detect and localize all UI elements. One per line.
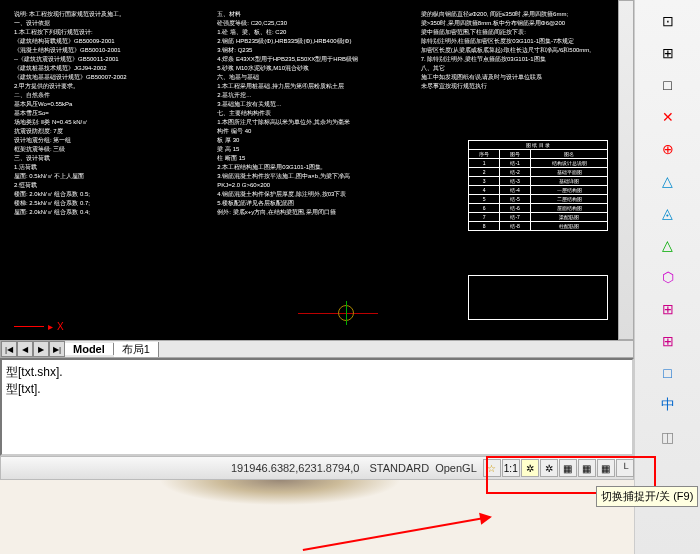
nav-next[interactable]: ▶	[33, 341, 49, 357]
grid-icon[interactable]: ⊞	[657, 330, 679, 352]
hex-icon[interactable]: ⬡	[657, 266, 679, 288]
command-window[interactable]: 型[txt.shx]. 型[txt].	[0, 358, 634, 456]
status-bar: 191946.6382,6231.8794,0 STANDARD OpenGL …	[0, 456, 634, 480]
cube-icon[interactable]: ◫	[657, 426, 679, 448]
title-block	[468, 275, 608, 320]
scale-display[interactable]: 1:1	[502, 459, 520, 477]
tool-icon[interactable]: □	[657, 74, 679, 96]
triangle-icon[interactable]: △	[657, 234, 679, 256]
table-title: 图 纸 目 录	[469, 141, 608, 150]
text-icon[interactable]: 中	[657, 394, 679, 416]
nav-prev[interactable]: ◀	[17, 341, 33, 357]
background-image	[0, 480, 634, 554]
text-style-indicator[interactable]: STANDARD	[369, 462, 429, 474]
nav-last[interactable]: ▶|	[49, 341, 65, 357]
notes-col-1: 说明: 本工程按现行国家规范设计及施工。一、设计依据1.本工程按下列现行规范设计…	[14, 10, 197, 217]
rect-icon[interactable]: □	[657, 362, 679, 384]
add-icon[interactable]: ⊕	[657, 138, 679, 160]
cad-drawing-viewport[interactable]: 说明: 本工程按现行国家规范设计及施工。一、设计依据1.本工程按下列现行规范设计…	[0, 0, 618, 340]
grid-toggle-icon[interactable]: ▦	[578, 459, 596, 477]
tool-icon[interactable]: ⊡	[657, 10, 679, 32]
coordinates-display[interactable]: 191946.6382,6231.8794,0	[231, 462, 359, 474]
tab-layout1[interactable]: 布局1	[114, 342, 159, 357]
polar-icon[interactable]: ✲	[521, 459, 539, 477]
snap-tooltip: 切换捕捉开/关 (F9)	[596, 486, 698, 507]
triangle-icon[interactable]: ◬	[657, 202, 679, 224]
star-icon[interactable]: ☆	[483, 459, 501, 477]
osnap-icon[interactable]: ✲	[540, 459, 558, 477]
graphics-mode[interactable]: OpenGL	[435, 462, 477, 474]
corner-icon[interactable]: └	[616, 459, 634, 477]
nav-first[interactable]: |◀	[1, 341, 17, 357]
drawing-index-table: 图 纸 目 录 序号图号图名 1结-1结构设计总说明2结-2基础平面图3结-3基…	[468, 140, 608, 231]
crosshair-cursor	[298, 301, 378, 325]
cmd-line: 型[txt].	[6, 381, 628, 398]
close-icon[interactable]: ✕	[657, 106, 679, 128]
tool-icon[interactable]: ⊞	[657, 42, 679, 64]
cmd-line: 型[txt.shx].	[6, 364, 628, 381]
layout-tabs-bar: |◀ ◀ ▶ ▶| Model 布局1	[0, 340, 634, 358]
tab-nav-buttons: |◀ ◀ ▶ ▶|	[1, 341, 65, 357]
right-tool-palette: ⊡ ⊞ □ ✕ ⊕ △ ◬ △ ⬡ ⊞ ⊞ □ 中 ◫	[634, 0, 700, 554]
grid-icon[interactable]: ⊞	[657, 298, 679, 320]
tab-model[interactable]: Model	[65, 343, 114, 355]
notes-col-2: 五、材料 砼强度等级: C20,C25,C30 1.砼 墙、梁、板、柱: C20…	[217, 10, 400, 217]
ortho-toggle-icon[interactable]: ▦	[597, 459, 615, 477]
triangle-icon[interactable]: △	[657, 170, 679, 192]
snap-toggle-icon[interactable]: ▦	[559, 459, 577, 477]
ucs-icon: ▸X	[14, 321, 64, 332]
vertical-scrollbar[interactable]	[618, 0, 634, 340]
